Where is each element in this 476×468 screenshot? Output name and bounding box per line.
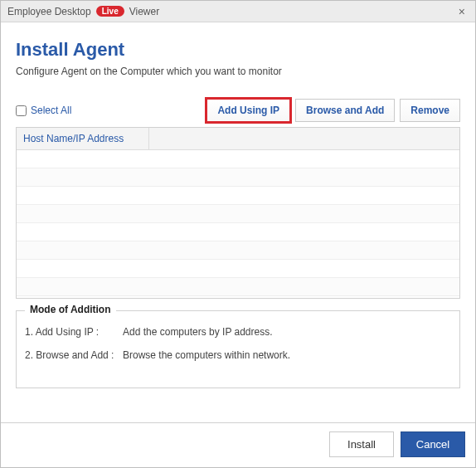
select-all[interactable]: Select All	[16, 105, 71, 116]
dialog-window: Employee Desktop Live Viewer × Install A…	[0, 0, 476, 468]
live-badge: Live	[96, 6, 124, 17]
table-row[interactable]	[17, 168, 459, 187]
grid-body	[17, 150, 459, 298]
mode-line-desc: Browse the computers within network.	[123, 349, 290, 361]
cancel-button[interactable]: Cancel	[401, 431, 465, 457]
mode-line: 2. Browse and Add :Browse the computers …	[25, 349, 451, 361]
select-all-checkbox[interactable]	[16, 105, 27, 116]
table-row[interactable]	[17, 150, 459, 168]
mode-of-addition-box: Mode of Addition 1. Add Using IP :Add th…	[16, 310, 460, 388]
title-text: Employee Desktop Live Viewer	[7, 6, 159, 17]
install-button[interactable]: Install	[329, 431, 394, 457]
remove-button[interactable]: Remove	[400, 99, 460, 122]
table-row[interactable]	[17, 223, 459, 241]
select-all-label: Select All	[31, 105, 71, 116]
table-row[interactable]	[17, 260, 459, 278]
browse-and-add-button[interactable]: Browse and Add	[295, 99, 395, 122]
table-row[interactable]	[17, 205, 459, 223]
page-title: Install Agent	[16, 39, 460, 61]
toolbar: Select All Add Using IP Browse and Add R…	[16, 99, 460, 122]
mode-line-desc: Add the computers by IP address.	[123, 326, 273, 338]
col-rest-header	[149, 128, 459, 149]
hosts-grid: Host Name/IP Address	[16, 127, 460, 299]
titlebar: Employee Desktop Live Viewer ×	[1, 1, 475, 22]
table-row[interactable]	[17, 278, 459, 296]
add-using-ip-button[interactable]: Add Using IP	[206, 99, 290, 122]
title-suffix: Viewer	[129, 6, 159, 17]
table-row[interactable]	[17, 187, 459, 205]
mode-line-label: 1. Add Using IP :	[25, 326, 123, 338]
col-hostname-header[interactable]: Host Name/IP Address	[17, 128, 149, 149]
table-row[interactable]	[17, 241, 459, 260]
mode-line-label: 2. Browse and Add :	[25, 349, 123, 361]
title-prefix: Employee Desktop	[7, 6, 91, 17]
footer: Install Cancel	[1, 422, 475, 467]
content: Install Agent Configure Agent on the Com…	[1, 22, 475, 422]
mode-line: 1. Add Using IP :Add the computers by IP…	[25, 326, 451, 338]
mode-legend: Mode of Addition	[25, 304, 116, 315]
grid-header: Host Name/IP Address	[17, 128, 459, 150]
page-subtitle: Configure Agent on the Computer which yo…	[16, 66, 460, 77]
button-group: Add Using IP Browse and Add Remove	[206, 99, 460, 122]
close-icon[interactable]: ×	[455, 4, 469, 19]
